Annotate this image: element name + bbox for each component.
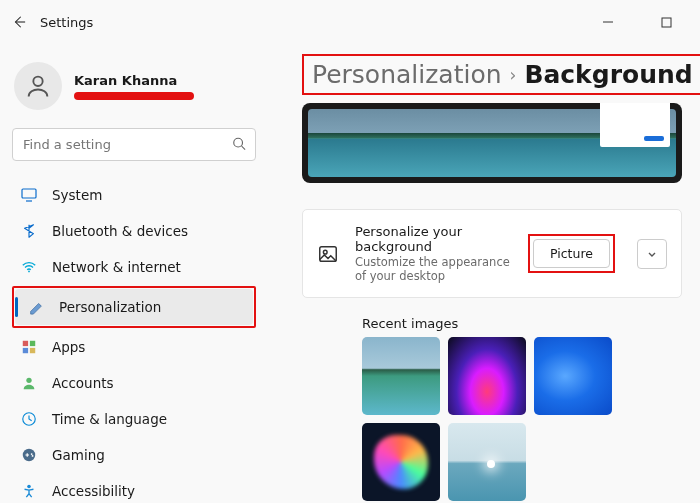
recent-image-thumb[interactable] bbox=[362, 337, 440, 415]
nav-label: System bbox=[52, 187, 102, 203]
svg-point-3 bbox=[234, 138, 243, 147]
accounts-icon bbox=[20, 374, 38, 392]
breadcrumb-parent[interactable]: Personalization bbox=[312, 60, 502, 89]
nav-label: Network & internet bbox=[52, 259, 181, 275]
svg-rect-8 bbox=[23, 341, 28, 346]
nav-item-bluetooth[interactable]: Bluetooth & devices bbox=[8, 213, 264, 249]
preview-window-mock bbox=[600, 103, 670, 147]
svg-point-16 bbox=[32, 455, 34, 457]
svg-line-4 bbox=[242, 146, 246, 150]
system-icon bbox=[20, 186, 38, 204]
back-button[interactable] bbox=[12, 15, 26, 29]
search-icon bbox=[232, 135, 246, 154]
gaming-icon bbox=[20, 446, 38, 464]
preview-image bbox=[308, 109, 676, 177]
svg-rect-5 bbox=[22, 189, 36, 198]
wallpaper-preview bbox=[302, 103, 682, 183]
svg-rect-11 bbox=[30, 348, 35, 353]
nav-item-accounts[interactable]: Accounts bbox=[8, 365, 264, 401]
nav-label: Bluetooth & devices bbox=[52, 223, 188, 239]
svg-rect-10 bbox=[23, 348, 28, 353]
nav-item-time[interactable]: Time & language bbox=[8, 401, 264, 437]
setting-subtitle: Customize the appearance of your desktop bbox=[355, 255, 512, 283]
breadcrumb: Personalization › Background bbox=[312, 60, 693, 89]
bluetooth-icon bbox=[20, 222, 38, 240]
user-block[interactable]: Karan Khanna bbox=[8, 52, 264, 124]
minimize-button[interactable] bbox=[586, 8, 630, 36]
svg-rect-9 bbox=[30, 341, 35, 346]
recent-images-section: Recent images bbox=[302, 316, 682, 501]
titlebar: Settings bbox=[0, 0, 700, 44]
nav-item-system[interactable]: System bbox=[8, 177, 264, 213]
wifi-icon bbox=[20, 258, 38, 276]
maximize-button[interactable] bbox=[644, 8, 688, 36]
recent-images-grid bbox=[362, 337, 682, 501]
recent-image-thumb[interactable] bbox=[534, 337, 612, 415]
highlight-breadcrumb: Personalization › Background bbox=[302, 54, 700, 95]
time-icon bbox=[20, 410, 38, 428]
nav-item-network[interactable]: Network & internet bbox=[8, 249, 264, 285]
svg-point-7 bbox=[28, 271, 30, 273]
chevron-right-icon: › bbox=[510, 65, 517, 85]
svg-point-19 bbox=[323, 250, 327, 254]
nav-item-personalization[interactable]: Personalization bbox=[15, 289, 253, 325]
background-type-dropdown[interactable]: Picture bbox=[533, 239, 610, 268]
setting-title: Personalize your background bbox=[355, 224, 512, 254]
svg-point-15 bbox=[31, 453, 33, 455]
highlight-personalization: Personalization bbox=[12, 286, 256, 328]
recent-image-thumb[interactable] bbox=[448, 337, 526, 415]
nav-item-accessibility[interactable]: Accessibility bbox=[8, 473, 264, 503]
expand-card-button[interactable] bbox=[637, 239, 667, 269]
nav-label: Accessibility bbox=[52, 483, 135, 499]
recent-image-thumb[interactable] bbox=[448, 423, 526, 501]
personalization-icon bbox=[27, 298, 45, 316]
sidebar: Karan Khanna System Bluetooth & devices … bbox=[0, 44, 270, 503]
avatar bbox=[14, 62, 62, 110]
search-input[interactable] bbox=[12, 128, 256, 161]
nav-label: Accounts bbox=[52, 375, 114, 391]
svg-point-12 bbox=[26, 378, 31, 383]
svg-rect-1 bbox=[662, 18, 671, 27]
accessibility-icon bbox=[20, 482, 38, 500]
personalize-background-card: Personalize your background Customize th… bbox=[302, 209, 682, 298]
app-title: Settings bbox=[40, 15, 93, 30]
svg-point-17 bbox=[27, 485, 31, 489]
nav-label: Apps bbox=[52, 339, 85, 355]
recent-image-thumb[interactable] bbox=[362, 423, 440, 501]
main-content: Personalization › Background Personalize… bbox=[270, 44, 700, 503]
recent-images-label: Recent images bbox=[362, 316, 682, 331]
nav-label: Time & language bbox=[52, 411, 167, 427]
highlight-dropdown: Picture bbox=[528, 234, 615, 273]
breadcrumb-current: Background bbox=[524, 60, 692, 89]
picture-icon bbox=[317, 243, 339, 265]
nav-item-apps[interactable]: Apps bbox=[8, 329, 264, 365]
user-email-redacted bbox=[74, 92, 194, 100]
nav-label: Personalization bbox=[59, 299, 161, 315]
nav: System Bluetooth & devices Network & int… bbox=[8, 177, 264, 503]
nav-item-gaming[interactable]: Gaming bbox=[8, 437, 264, 473]
nav-label: Gaming bbox=[52, 447, 105, 463]
user-name: Karan Khanna bbox=[74, 73, 194, 88]
svg-point-2 bbox=[33, 77, 42, 86]
apps-icon bbox=[20, 338, 38, 356]
